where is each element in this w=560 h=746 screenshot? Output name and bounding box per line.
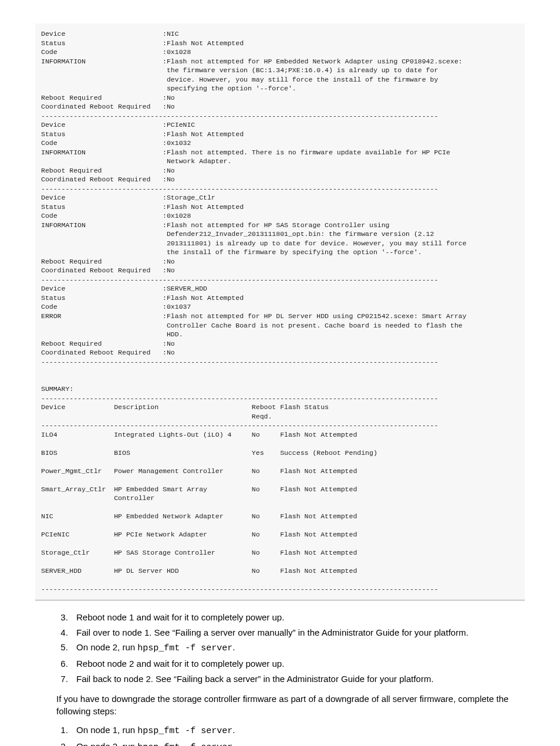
steps-list-continued: Reboot node 1 and wait for it to complet… bbox=[35, 611, 525, 686]
step-text: On node 2, run bbox=[76, 741, 137, 746]
step-item: On node 2, run hpsp_fmt -f server. bbox=[70, 740, 525, 746]
step-tail: . bbox=[232, 741, 235, 746]
step-text: Reboot node 2 and wait for it to complet… bbox=[76, 659, 284, 669]
terminal-output: Device :NIC Status :Flash Not Attempted … bbox=[35, 23, 525, 600]
step-command: hpsp_fmt -f server bbox=[137, 726, 232, 736]
step-text: Reboot node 1 and wait for it to complet… bbox=[76, 612, 284, 622]
instruction-paragraph: If you have to downgrade the storage con… bbox=[56, 693, 525, 718]
step-text: On node 2, run bbox=[76, 642, 137, 652]
step-item: Reboot node 2 and wait for it to complet… bbox=[70, 657, 525, 670]
step-command: hpsp_fmt -f server bbox=[137, 742, 232, 746]
step-text: Fail back to node 2. See “Failing back a… bbox=[76, 674, 434, 684]
step-text: Fail over to node 1. See “Failing a serv… bbox=[76, 627, 468, 637]
step-text: On node 1, run bbox=[76, 725, 137, 735]
step-item: On node 2, run hpsp_fmt -f server. bbox=[70, 641, 525, 655]
steps-list-downgrade: On node 1, run hpsp_fmt -f server.On nod… bbox=[35, 724, 525, 746]
step-tail: . bbox=[232, 642, 235, 652]
step-item: Fail back to node 2. See “Failing back a… bbox=[70, 673, 525, 686]
step-item: Reboot node 1 and wait for it to complet… bbox=[70, 611, 525, 624]
step-item: On node 1, run hpsp_fmt -f server. bbox=[70, 724, 525, 738]
step-tail: . bbox=[232, 725, 235, 735]
step-command: hpsp_fmt -f server bbox=[137, 643, 232, 653]
step-item: Fail over to node 1. See “Failing a serv… bbox=[70, 626, 525, 639]
